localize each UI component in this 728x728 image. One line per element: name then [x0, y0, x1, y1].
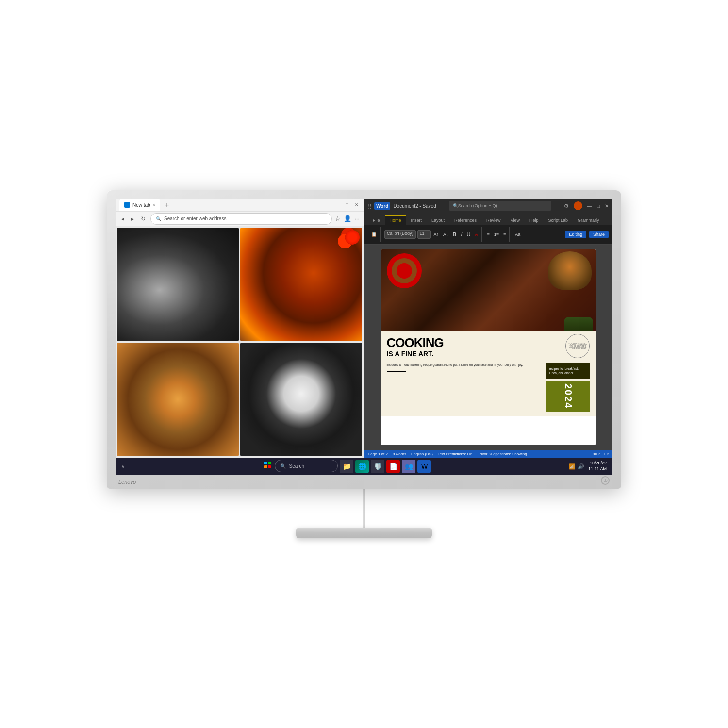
bullets-button[interactable]: ≡	[486, 231, 491, 238]
browser-titlebar: New tab × + — □ ✕	[116, 199, 364, 212]
tab-file[interactable]: File	[368, 216, 385, 225]
word-titlebar: ⣿ Word Document2 - Saved 🔍 Search (Optio…	[364, 199, 612, 213]
favorites-icon[interactable]: ☆	[335, 215, 341, 222]
clipboard-group: 📋	[368, 227, 381, 242]
tab-insert[interactable]: Insert	[406, 216, 427, 225]
doc-right-col: recipes for breakfast, lunch, and dinner…	[546, 363, 590, 412]
system-clock[interactable]: 10/20/22 11:11 AM	[588, 461, 607, 472]
shrink-font-button[interactable]: A↓	[442, 231, 450, 238]
taskbar: ∧ 🔍 Search	[116, 458, 612, 475]
text-predictions: Text Predictions: On	[438, 452, 473, 456]
font-color-button[interactable]: A	[474, 231, 480, 238]
word-search-placeholder: Search (Option + Q)	[458, 203, 497, 208]
editing-button[interactable]: Editing	[565, 231, 586, 238]
word-maximize-button[interactable]: □	[597, 203, 600, 209]
numbering-button[interactable]: 1≡	[493, 231, 500, 238]
doc-left-col: includes a mouthwatering recipe guarante…	[387, 363, 543, 412]
underline-button[interactable]: U	[465, 231, 472, 238]
paste-button[interactable]: 📋	[370, 231, 378, 238]
tab-home[interactable]: Home	[385, 215, 406, 225]
user-avatar[interactable]	[574, 201, 582, 210]
monitor-brand-label: Lenovo	[118, 479, 136, 485]
cooking-title: COOKING	[387, 336, 590, 349]
doc-body: YOUR PRESENCE YOUR RECIPES YOUR PRESENT …	[381, 331, 596, 416]
word-statusbar: Page 1 of 2 8 words English (US) Text Pr…	[364, 450, 612, 458]
search-icon: 🔍	[453, 203, 458, 208]
tomatoes-decoration	[345, 230, 360, 245]
monitor: New tab × + — □ ✕ ◂ ▸ ↻	[107, 190, 621, 538]
windows-logo-icon	[264, 462, 271, 468]
zoom-level[interactable]: 90%	[593, 452, 600, 456]
tab-layout[interactable]: Layout	[427, 216, 449, 225]
tab-scriptlab[interactable]: Script Lab	[544, 216, 573, 225]
taskbar-edge-icon[interactable]: 🌐	[355, 460, 369, 473]
bold-button[interactable]: B	[451, 231, 458, 238]
search-label: Search	[289, 463, 304, 469]
close-button[interactable]: ✕	[354, 202, 360, 208]
maximize-button[interactable]: □	[344, 202, 350, 208]
tray-arrow-icon[interactable]: ∧	[121, 464, 125, 469]
styles-button[interactable]: Aa	[513, 231, 522, 238]
tab-view[interactable]: View	[506, 216, 525, 225]
word-panel: ⣿ Word Document2 - Saved 🔍 Search (Optio…	[364, 199, 612, 458]
search-icon: 🔍	[156, 216, 161, 221]
minimize-button[interactable]: —	[334, 202, 340, 208]
forward-button[interactable]: ▸	[129, 215, 136, 223]
taskbar-explorer-icon[interactable]: 📁	[340, 460, 353, 473]
taskbar-search[interactable]: 🔍 Search	[275, 460, 338, 472]
italic-button[interactable]: I	[460, 231, 464, 238]
word-window-controls: ⚙ — □ ✕	[564, 201, 609, 210]
taskbar-right: 📶 🔊 10/20/22 11:11 AM	[569, 461, 607, 472]
font-family-selector[interactable]: Calibri (Body)	[384, 230, 416, 239]
browser-tab[interactable]: New tab ×	[119, 199, 160, 211]
word-document[interactable]: YOUR PRESENCE YOUR RECIPES YOUR PRESENT …	[381, 249, 596, 445]
search-icon: 🔍	[280, 463, 286, 469]
settings-icon[interactable]: ⚙	[564, 203, 569, 209]
word-minimize-button[interactable]: —	[587, 203, 592, 209]
monitor-neck	[363, 489, 365, 528]
word-close-button[interactable]: ✕	[605, 203, 609, 209]
grow-font-button[interactable]: A↑	[432, 231, 441, 238]
recipe-box: recipes for breakfast, lunch, and dinner…	[546, 363, 590, 379]
address-bar[interactable]: 🔍 Search or enter web address	[150, 213, 332, 225]
taskbar-defender-icon[interactable]: 🛡️	[371, 460, 384, 473]
paragraph-group: ≡ 1≡ ≡	[484, 227, 510, 242]
clock-date: 10/20/22	[588, 461, 607, 466]
align-button[interactable]: ≡	[502, 231, 507, 238]
food-image-4	[240, 343, 362, 456]
screen-content: New tab × + — □ ✕ ◂ ▸ ↻	[116, 199, 612, 458]
taskbar-left: ∧	[121, 464, 125, 469]
tab-help[interactable]: Help	[525, 216, 544, 225]
start-button[interactable]	[262, 460, 273, 470]
editor-suggestions: Editor Suggestions: Showing	[477, 452, 527, 456]
address-text: Search or enter web address	[164, 216, 226, 221]
back-button[interactable]: ◂	[119, 215, 126, 223]
wifi-icon[interactable]: 📶	[569, 463, 576, 470]
power-icon: ⏻	[603, 479, 607, 483]
fit-button[interactable]: Fit	[604, 452, 609, 456]
more-icon[interactable]: ···	[354, 215, 360, 222]
clock-time: 11:11 AM	[588, 466, 607, 472]
font-size-selector[interactable]: 11	[417, 230, 431, 239]
share-button[interactable]: Share	[589, 231, 609, 238]
tab-close-icon[interactable]: ×	[153, 202, 155, 207]
profile-icon[interactable]: 👤	[344, 215, 351, 222]
taskbar-word-icon[interactable]: W	[417, 460, 431, 473]
refresh-button[interactable]: ↻	[139, 215, 148, 223]
tab-review[interactable]: Review	[481, 216, 506, 225]
cooking-subtitle: IS A FINE ART.	[387, 350, 590, 358]
taskbar-pdf-icon[interactable]: 📄	[386, 460, 400, 473]
tab-references[interactable]: References	[449, 216, 481, 225]
taskbar-teams-icon[interactable]: 👥	[402, 460, 415, 473]
new-tab-button[interactable]: +	[163, 201, 171, 209]
volume-icon[interactable]: 🔊	[578, 463, 584, 470]
tab-grammarly[interactable]: Grammarly	[573, 216, 604, 225]
word-search-bar[interactable]: 🔍 Search (Option + Q)	[449, 201, 551, 211]
tab-favicon-icon	[124, 202, 130, 208]
toolbar-icons: ☆ 👤 ···	[335, 215, 360, 222]
power-button[interactable]: ⏻	[601, 476, 610, 485]
toolbar-right: Editing Share	[565, 231, 609, 238]
doc-header-image	[381, 249, 596, 331]
food-image-1	[117, 228, 239, 341]
food-image-2	[240, 228, 362, 341]
